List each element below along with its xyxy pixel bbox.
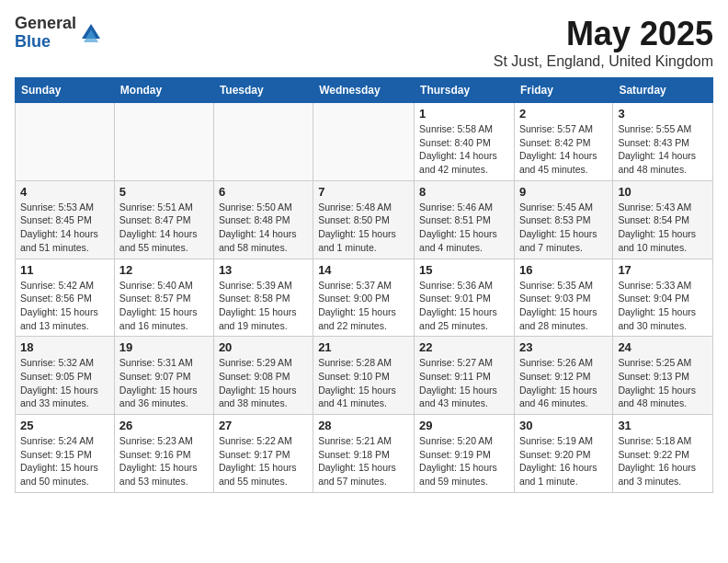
day-info: Sunrise: 5:53 AM Sunset: 8:45 PM Dayligh… (20, 201, 109, 255)
day-info: Sunrise: 5:35 AM Sunset: 9:03 PM Dayligh… (519, 279, 608, 333)
calendar-cell: 5Sunrise: 5:51 AM Sunset: 8:47 PM Daylig… (114, 180, 213, 259)
calendar-cell (313, 103, 415, 181)
day-info: Sunrise: 5:51 AM Sunset: 8:47 PM Dayligh… (119, 201, 209, 255)
calendar-cell: 7Sunrise: 5:48 AM Sunset: 8:50 PM Daylig… (313, 180, 415, 259)
day-number: 15 (419, 263, 509, 277)
week-row-1: 4Sunrise: 5:53 AM Sunset: 8:45 PM Daylig… (16, 180, 713, 259)
day-number: 18 (20, 340, 109, 354)
header-wednesday: Wednesday (313, 78, 415, 103)
day-info: Sunrise: 5:33 AM Sunset: 9:04 PM Dayligh… (618, 279, 708, 333)
day-info: Sunrise: 5:46 AM Sunset: 8:51 PM Dayligh… (419, 201, 509, 255)
day-info: Sunrise: 5:57 AM Sunset: 8:42 PM Dayligh… (519, 122, 608, 177)
day-info: Sunrise: 5:25 AM Sunset: 9:13 PM Dayligh… (618, 356, 708, 410)
day-number: 22 (419, 340, 509, 354)
calendar-cell: 2Sunrise: 5:57 AM Sunset: 8:42 PM Daylig… (514, 103, 612, 181)
day-number: 27 (219, 419, 308, 432)
header-monday: Monday (114, 78, 213, 103)
calendar-cell: 29Sunrise: 5:20 AM Sunset: 9:19 PM Dayli… (415, 415, 515, 493)
calendar-cell: 13Sunrise: 5:39 AM Sunset: 8:58 PM Dayli… (213, 259, 313, 337)
calendar-header-row: SundayMondayTuesdayWednesdayThursdayFrid… (16, 78, 713, 103)
calendar-cell: 15Sunrise: 5:36 AM Sunset: 9:01 PM Dayli… (415, 259, 515, 337)
day-info: Sunrise: 5:28 AM Sunset: 9:10 PM Dayligh… (318, 356, 409, 410)
calendar-cell (213, 103, 313, 181)
calendar-cell: 21Sunrise: 5:28 AM Sunset: 9:10 PM Dayli… (313, 337, 415, 415)
day-number: 10 (618, 185, 708, 199)
calendar-cell: 8Sunrise: 5:46 AM Sunset: 8:51 PM Daylig… (415, 180, 515, 259)
title-block: May 2025 St Just, England, United Kingdo… (494, 15, 713, 70)
day-number: 21 (318, 340, 409, 354)
week-row-4: 25Sunrise: 5:24 AM Sunset: 9:15 PM Dayli… (16, 415, 713, 493)
calendar-cell (16, 103, 115, 181)
day-number: 23 (519, 340, 608, 354)
day-info: Sunrise: 5:58 AM Sunset: 8:40 PM Dayligh… (419, 122, 509, 177)
calendar-cell: 6Sunrise: 5:50 AM Sunset: 8:48 PM Daylig… (213, 180, 313, 259)
day-number: 4 (20, 185, 109, 199)
day-info: Sunrise: 5:55 AM Sunset: 8:43 PM Dayligh… (618, 122, 708, 177)
day-number: 11 (20, 263, 109, 277)
day-number: 3 (618, 107, 708, 121)
day-info: Sunrise: 5:37 AM Sunset: 9:00 PM Dayligh… (318, 279, 409, 333)
calendar-cell: 10Sunrise: 5:43 AM Sunset: 8:54 PM Dayli… (613, 180, 713, 259)
day-number: 1 (419, 107, 509, 121)
day-info: Sunrise: 5:23 AM Sunset: 9:16 PM Dayligh… (119, 434, 209, 488)
day-number: 16 (519, 263, 608, 277)
calendar-cell: 19Sunrise: 5:31 AM Sunset: 9:07 PM Dayli… (114, 337, 213, 415)
header-saturday: Saturday (613, 78, 713, 103)
day-number: 30 (519, 419, 608, 432)
day-info: Sunrise: 5:29 AM Sunset: 9:08 PM Dayligh… (219, 356, 308, 410)
day-number: 13 (219, 263, 308, 277)
calendar-cell: 11Sunrise: 5:42 AM Sunset: 8:56 PM Dayli… (16, 259, 115, 337)
day-number: 20 (219, 340, 308, 354)
calendar-cell: 24Sunrise: 5:25 AM Sunset: 9:13 PM Dayli… (613, 337, 713, 415)
day-info: Sunrise: 5:20 AM Sunset: 9:19 PM Dayligh… (419, 434, 509, 488)
day-number: 17 (618, 263, 708, 277)
day-info: Sunrise: 5:22 AM Sunset: 9:17 PM Dayligh… (219, 434, 308, 488)
calendar-cell: 26Sunrise: 5:23 AM Sunset: 9:16 PM Dayli… (114, 415, 213, 493)
calendar-cell: 31Sunrise: 5:18 AM Sunset: 9:22 PM Dayli… (613, 415, 713, 493)
week-row-2: 11Sunrise: 5:42 AM Sunset: 8:56 PM Dayli… (16, 259, 713, 337)
day-info: Sunrise: 5:19 AM Sunset: 9:20 PM Dayligh… (519, 434, 608, 488)
calendar-cell: 18Sunrise: 5:32 AM Sunset: 9:05 PM Dayli… (16, 337, 115, 415)
calendar-cell: 1Sunrise: 5:58 AM Sunset: 8:40 PM Daylig… (415, 103, 515, 181)
calendar-table: SundayMondayTuesdayWednesdayThursdayFrid… (15, 77, 713, 493)
week-row-3: 18Sunrise: 5:32 AM Sunset: 9:05 PM Dayli… (16, 337, 713, 415)
calendar-cell: 27Sunrise: 5:22 AM Sunset: 9:17 PM Dayli… (213, 415, 313, 493)
header-thursday: Thursday (415, 78, 515, 103)
day-info: Sunrise: 5:26 AM Sunset: 9:12 PM Dayligh… (519, 356, 608, 410)
calendar-cell: 22Sunrise: 5:27 AM Sunset: 9:11 PM Dayli… (415, 337, 515, 415)
logo: General Blue (15, 15, 104, 52)
day-number: 24 (618, 340, 708, 354)
day-info: Sunrise: 5:21 AM Sunset: 9:18 PM Dayligh… (318, 434, 409, 488)
calendar-cell: 28Sunrise: 5:21 AM Sunset: 9:18 PM Dayli… (313, 415, 415, 493)
day-number: 25 (20, 419, 109, 432)
calendar-cell: 25Sunrise: 5:24 AM Sunset: 9:15 PM Dayli… (16, 415, 115, 493)
day-info: Sunrise: 5:36 AM Sunset: 9:01 PM Dayligh… (419, 279, 509, 333)
month-title: May 2025 (494, 15, 713, 53)
day-number: 6 (219, 185, 308, 199)
day-info: Sunrise: 5:45 AM Sunset: 8:53 PM Dayligh… (519, 201, 608, 255)
day-info: Sunrise: 5:24 AM Sunset: 9:15 PM Dayligh… (20, 434, 109, 488)
day-info: Sunrise: 5:31 AM Sunset: 9:07 PM Dayligh… (119, 356, 209, 410)
header-tuesday: Tuesday (213, 78, 313, 103)
header-friday: Friday (514, 78, 612, 103)
calendar-cell: 23Sunrise: 5:26 AM Sunset: 9:12 PM Dayli… (514, 337, 612, 415)
day-info: Sunrise: 5:32 AM Sunset: 9:05 PM Dayligh… (20, 356, 109, 410)
day-info: Sunrise: 5:42 AM Sunset: 8:56 PM Dayligh… (20, 279, 109, 333)
week-row-0: 1Sunrise: 5:58 AM Sunset: 8:40 PM Daylig… (16, 103, 713, 181)
day-number: 29 (419, 419, 509, 432)
day-number: 12 (119, 263, 209, 277)
day-info: Sunrise: 5:40 AM Sunset: 8:57 PM Dayligh… (119, 279, 209, 333)
day-info: Sunrise: 5:39 AM Sunset: 8:58 PM Dayligh… (219, 279, 308, 333)
logo-general: General (15, 15, 76, 33)
day-number: 28 (318, 419, 409, 432)
calendar-cell: 30Sunrise: 5:19 AM Sunset: 9:20 PM Dayli… (514, 415, 612, 493)
day-number: 8 (419, 185, 509, 199)
day-number: 7 (318, 185, 409, 199)
calendar-cell: 9Sunrise: 5:45 AM Sunset: 8:53 PM Daylig… (514, 180, 612, 259)
calendar-cell: 14Sunrise: 5:37 AM Sunset: 9:00 PM Dayli… (313, 259, 415, 337)
day-number: 19 (119, 340, 209, 354)
calendar-cell: 4Sunrise: 5:53 AM Sunset: 8:45 PM Daylig… (16, 180, 115, 259)
calendar-cell: 16Sunrise: 5:35 AM Sunset: 9:03 PM Dayli… (514, 259, 612, 337)
page-header: General Blue May 2025 St Just, England, … (15, 15, 713, 70)
day-info: Sunrise: 5:50 AM Sunset: 8:48 PM Dayligh… (219, 201, 308, 255)
